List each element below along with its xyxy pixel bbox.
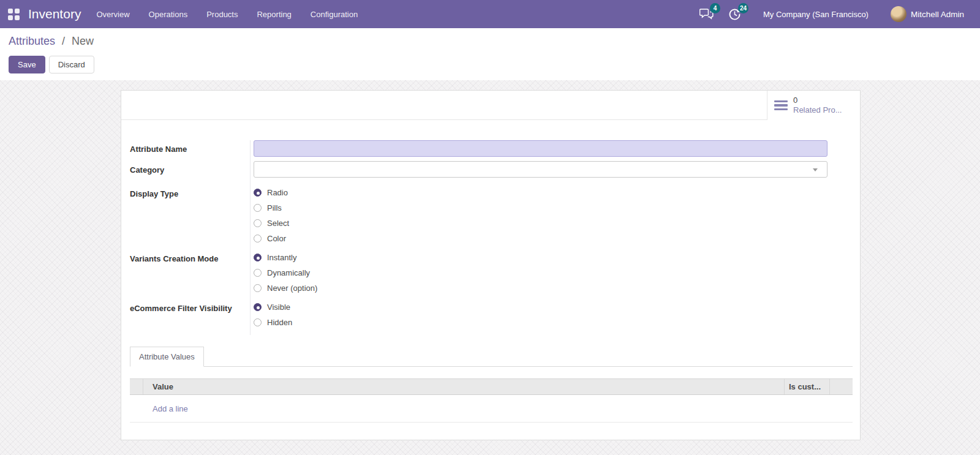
display-type-option-pills[interactable]: Pills — [254, 200, 827, 216]
radio-unselected-icon — [254, 204, 262, 212]
attribute-name-input[interactable] — [254, 140, 827, 157]
stat-button-text: 0 Related Pro... — [793, 96, 842, 115]
option-label: Hidden — [267, 318, 292, 327]
radio-unselected-icon — [254, 318, 262, 326]
breadcrumb-separator: / — [62, 35, 65, 47]
variants-creation-mode-row: Variants Creation Mode Instantly Dynamic… — [130, 250, 827, 296]
category-label: Category — [130, 161, 250, 178]
radio-unselected-icon — [254, 219, 262, 227]
visibility-option-hidden[interactable]: Hidden — [254, 315, 827, 330]
tab-attribute-values[interactable]: Attribute Values — [130, 347, 204, 367]
breadcrumb-current: New — [72, 35, 94, 47]
control-panel: Attributes / New Save Discard — [0, 28, 980, 80]
apps-grid-square — [15, 9, 20, 13]
nav-menu-overview[interactable]: Overview — [96, 10, 129, 19]
add-a-line-link[interactable]: Add a line — [153, 404, 188, 413]
nav-menu-reporting[interactable]: Reporting — [257, 10, 291, 19]
option-label: Visible — [267, 303, 290, 312]
related-products-stat-button[interactable]: 0 Related Pro... — [767, 91, 860, 120]
ecommerce-filter-visibility-label: eCommerce Filter Visibility — [130, 299, 250, 330]
top-navbar: Inventory Overview Operations Products R… — [0, 0, 980, 28]
radio-selected-icon — [254, 254, 262, 261]
attribute-values-table: Value Is cust... Add a line — [130, 378, 853, 423]
visibility-option-visible[interactable]: Visible — [254, 299, 827, 315]
related-products-label: Related Pro... — [793, 105, 842, 115]
nav-menu-bar: Overview Operations Products Reporting C… — [96, 10, 358, 19]
user-avatar — [891, 6, 907, 22]
display-type-label: Display Type — [130, 185, 250, 246]
form-view-background: 0 Related Pro... Attribute Name Category — [0, 80, 980, 455]
user-menu[interactable]: Mitchell Admin — [891, 6, 964, 22]
ecommerce-filter-visibility-row: eCommerce Filter Visibility Visible Hidd… — [130, 299, 827, 330]
option-label: Instantly — [267, 253, 296, 262]
inventory-app-window: Inventory Overview Operations Products R… — [0, 0, 980, 455]
discard-button[interactable]: Discard — [49, 56, 94, 73]
variants-option-instantly[interactable]: Instantly — [254, 250, 827, 265]
radio-selected-icon — [254, 303, 262, 311]
nav-menu-operations[interactable]: Operations — [149, 10, 188, 19]
button-box: 0 Related Pro... — [121, 91, 860, 120]
breadcrumb-attributes-link[interactable]: Attributes — [9, 35, 55, 47]
app-brand[interactable]: Inventory — [28, 7, 81, 21]
variants-option-dynamically[interactable]: Dynamically — [254, 265, 827, 280]
apps-grid-square — [8, 9, 13, 13]
table-header-row: Value Is cust... — [130, 379, 853, 395]
nav-menu-configuration[interactable]: Configuration — [311, 10, 358, 19]
nav-menu-products[interactable]: Products — [206, 10, 238, 19]
list-lines-icon — [774, 99, 788, 113]
user-name: Mitchell Admin — [911, 10, 964, 19]
variants-creation-mode-label: Variants Creation Mode — [130, 250, 250, 296]
control-panel-buttons: Save Discard — [9, 56, 980, 73]
option-label: Pills — [267, 203, 282, 212]
dropdown-caret-icon[interactable] — [813, 168, 818, 171]
apps-grid-square — [15, 15, 20, 20]
activities-button[interactable]: 24 — [725, 5, 744, 23]
radio-unselected-icon — [254, 269, 262, 277]
table-add-row: Add a line — [130, 395, 853, 423]
activities-badge: 24 — [738, 3, 748, 13]
messages-button[interactable]: 4 — [697, 5, 715, 23]
display-type-option-radio[interactable]: Radio — [254, 185, 827, 200]
notebook-tabs: Attribute Values — [130, 347, 853, 367]
messages-badge: 4 — [710, 3, 720, 13]
option-label: Radio — [267, 188, 288, 197]
category-input[interactable] — [254, 161, 827, 178]
handle-column-header — [130, 379, 143, 394]
radio-unselected-icon — [254, 235, 262, 243]
display-type-option-color[interactable]: Color — [254, 231, 827, 246]
form-sheet: 0 Related Pro... Attribute Name Category — [121, 90, 861, 440]
display-type-option-select[interactable]: Select — [254, 216, 827, 231]
option-label: Select — [267, 219, 289, 228]
navbar-right-section: 4 24 My Company (San Francisco) Mitchell… — [697, 0, 964, 28]
related-products-count: 0 — [793, 96, 842, 105]
variants-option-never[interactable]: Never (option) — [254, 280, 827, 296]
save-button[interactable]: Save — [9, 56, 45, 73]
radio-unselected-icon — [254, 284, 262, 292]
apps-menu-icon[interactable] — [8, 9, 20, 20]
attribute-form-group: Attribute Name Category Display Type — [130, 140, 827, 330]
actions-column-header — [830, 379, 853, 394]
attribute-name-row: Attribute Name — [130, 140, 827, 157]
option-label: Dynamically — [267, 268, 310, 277]
company-switcher[interactable]: My Company (San Francisco) — [763, 10, 869, 19]
category-row: Category — [130, 161, 827, 178]
option-label: Never (option) — [267, 284, 317, 293]
is-custom-column-header: Is cust... — [785, 379, 830, 394]
apps-grid-square — [8, 15, 13, 20]
display-type-row: Display Type Radio Pills Select — [130, 185, 827, 246]
radio-selected-icon — [254, 189, 262, 197]
tab-label: Attribute Values — [139, 352, 195, 361]
value-column-header: Value — [143, 379, 785, 394]
option-label: Color — [267, 234, 286, 243]
attribute-name-label: Attribute Name — [130, 140, 250, 157]
breadcrumb: Attributes / New — [9, 35, 980, 48]
